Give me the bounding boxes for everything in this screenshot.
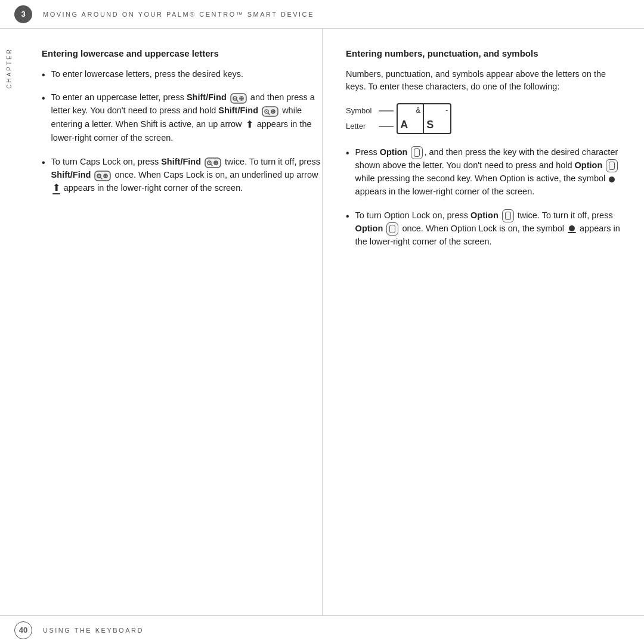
option-label-1: Option <box>380 147 408 157</box>
shift-find-icon-2 <box>262 105 278 118</box>
shift-find-label-2: Shift/Find <box>218 106 258 115</box>
filled-circle-2 <box>569 225 575 231</box>
top-bar-title: MOVING AROUND ON YOUR PALM® CENTRO™ SMAR… <box>43 11 314 18</box>
svg-point-2 <box>234 98 236 99</box>
svg-point-9 <box>266 111 267 112</box>
key-a-main: A <box>400 119 408 131</box>
list-item: • To turn Caps Lock on, press Shift/Find <box>42 156 322 195</box>
option-icon-inner-3 <box>505 212 511 220</box>
list-item: • To turn Option Lock on, press Option t… <box>346 209 626 249</box>
shift-find-label-3: Shift/Find <box>161 157 201 166</box>
option-lock-text: To turn Option Lock on, press Option twi… <box>355 209 626 249</box>
bullet-dot: • <box>42 158 45 168</box>
list-item: • To enter an uppercase letter, press Sh… <box>42 91 322 145</box>
option-icon-3 <box>502 209 514 222</box>
bullet-dot: • <box>42 94 45 103</box>
top-bar: 3 MOVING AROUND ON YOUR PALM® CENTRO™ SM… <box>0 0 644 29</box>
bottom-bar-title: USING THE KEYBOARD <box>43 627 144 634</box>
filled-circle-1 <box>609 177 615 182</box>
main-content: Entering lowercase and uppercase letters… <box>30 29 644 615</box>
svg-point-16 <box>209 162 210 163</box>
symbol-label: Symbol <box>346 103 371 119</box>
option-icon-4 <box>386 222 398 236</box>
option-press-text: Press Option , and then press the key wi… <box>355 146 626 199</box>
left-section-heading: Entering lowercase and uppercase letters <box>42 48 322 60</box>
shift-find-label-4: Shift/Find <box>51 170 91 179</box>
up-arrow-1: ⬆ <box>246 117 253 132</box>
chapter-badge: 3 <box>14 5 32 23</box>
key-s-top: - <box>445 106 448 114</box>
right-column: Entering numbers, punctuation, and symbo… <box>340 29 644 615</box>
diagram-arrows <box>379 104 397 134</box>
svg-point-23 <box>98 175 100 177</box>
option-icon-2 <box>606 159 618 172</box>
bullet-dot: • <box>346 148 349 158</box>
chapter-sidebar-label: CHAPTER <box>6 48 13 89</box>
lowercase-text: To enter lowercase letters, press the de… <box>51 68 322 81</box>
key-s-main: S <box>426 119 434 131</box>
right-intro: Numbers, punctuation, and symbols appear… <box>346 68 626 94</box>
left-bullet-list: • To enter lowercase letters, press the … <box>42 68 322 195</box>
option-label-3: Option <box>470 210 499 220</box>
underline-circle <box>568 225 576 233</box>
list-item: • Press Option , and then press the key … <box>346 146 626 199</box>
letter-label: Letter <box>346 119 371 134</box>
shift-find-icon-4 <box>94 169 111 182</box>
right-section-heading: Entering numbers, punctuation, and symbo… <box>346 48 626 60</box>
symbol-labels: Symbol Letter <box>346 103 371 134</box>
right-bullet-list: • Press Option , and then press the key … <box>346 146 626 249</box>
shift-find-icon-1 <box>230 92 247 105</box>
option-label-4: Option <box>355 224 383 233</box>
uppercase-text: To enter an uppercase letter, press Shif… <box>51 91 322 145</box>
symbol-diagram: Symbol Letter & A - S <box>346 103 626 134</box>
bullet-dot: • <box>346 212 349 221</box>
option-icon-inner-2 <box>609 162 615 170</box>
key-a-top: & <box>416 106 420 114</box>
left-column: Entering lowercase and uppercase letters… <box>30 29 340 615</box>
option-icon-inner-4 <box>389 225 395 233</box>
symbol-keys: & A - S <box>397 103 451 134</box>
underlined-up-arrow: ⬆ <box>52 183 60 194</box>
page-badge: 40 <box>14 621 32 639</box>
capslock-text: To turn Caps Lock on, press Shift/Find <box>51 156 322 195</box>
shift-find-icon-3 <box>205 156 221 169</box>
option-icon-1 <box>411 146 423 159</box>
key-s: - S <box>424 104 450 133</box>
shift-find-label-1: Shift/Find <box>187 92 227 102</box>
option-icon-inner-1 <box>414 148 420 157</box>
bullet-dot: • <box>42 70 45 80</box>
bottom-bar: 40 USING THE KEYBOARD <box>0 615 644 644</box>
list-item: • To enter lowercase letters, press the … <box>42 68 322 81</box>
option-label-2: Option <box>575 160 603 170</box>
key-a: & A <box>398 104 424 133</box>
